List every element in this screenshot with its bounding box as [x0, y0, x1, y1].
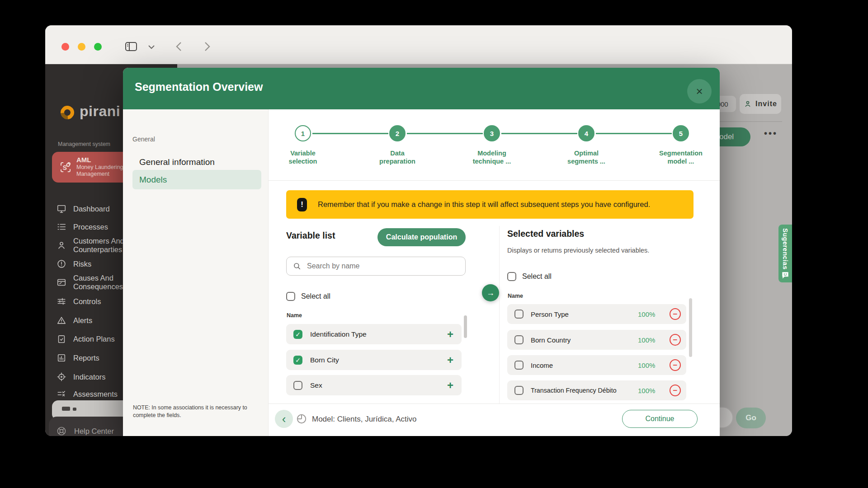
- row-checkbox[interactable]: [514, 335, 524, 344]
- select-all-checkbox[interactable]: [286, 292, 295, 301]
- continue-button[interactable]: Continue: [622, 410, 698, 428]
- row-checkbox[interactable]: [514, 361, 524, 370]
- step-connector: [596, 133, 672, 134]
- add-variable-icon[interactable]: +: [447, 330, 453, 339]
- step-2-label: Data preparation: [363, 149, 431, 165]
- step-4-circle[interactable]: 4: [578, 125, 594, 141]
- back-button[interactable]: [175, 40, 184, 55]
- clipboard-check-icon: [56, 333, 67, 344]
- add-variable-icon[interactable]: +: [447, 381, 453, 390]
- row-checkbox[interactable]: [514, 310, 524, 319]
- row-checkbox-checked[interactable]: ✓: [293, 356, 302, 365]
- remove-variable-icon[interactable]: −: [670, 359, 681, 371]
- selected-variable-row[interactable]: Born Country 100% −: [507, 330, 686, 350]
- bar-chart-icon: [56, 352, 67, 363]
- step-5-circle[interactable]: 5: [673, 125, 689, 141]
- nav-item-general-information[interactable]: General information: [139, 157, 215, 167]
- row-checkbox[interactable]: [514, 386, 524, 395]
- remove-variable-icon[interactable]: −: [670, 334, 681, 346]
- chat-smiley-icon: [781, 271, 790, 282]
- sidebar-item-reports[interactable]: Reports: [56, 352, 99, 363]
- help-center-item[interactable]: Help Center: [56, 426, 114, 436]
- aml-abbr: AML: [76, 156, 91, 164]
- footer-back-button[interactable]: ‹: [275, 410, 293, 428]
- sidebar-item-action-plans[interactable]: Action Plans: [56, 333, 115, 344]
- minimize-traffic-light[interactable]: [78, 43, 85, 51]
- percent-value: 100%: [638, 336, 662, 344]
- row-checkbox[interactable]: [293, 381, 302, 390]
- alert-circle-icon: [56, 258, 67, 269]
- footer-divider: [269, 404, 720, 404]
- zoom-traffic-light[interactable]: [94, 43, 102, 51]
- step-1-circle[interactable]: 1: [295, 125, 311, 141]
- step-connector: [312, 133, 388, 134]
- more-options-button[interactable]: •••: [764, 128, 778, 139]
- forward-button[interactable]: [203, 40, 212, 55]
- sidebar-item-assessments[interactable]: Assessments: [56, 389, 118, 399]
- suggestions-label: Sugerencias: [782, 228, 789, 270]
- variable-row[interactable]: ✓ Identification Type +: [286, 324, 462, 344]
- selected-variable-row[interactable]: Income 100% −: [507, 355, 686, 375]
- person-icon: [56, 240, 67, 251]
- nav-item-models[interactable]: Models: [132, 170, 261, 189]
- variable-name-header: Name: [287, 312, 302, 319]
- sidebar-item-indicators[interactable]: Indicators: [56, 371, 106, 382]
- pirani-logo-icon: [58, 103, 77, 122]
- selected-variable-row[interactable]: Person Type 100% −: [507, 304, 686, 324]
- sidebar-item-customers[interactable]: Customers And Counterparties: [56, 237, 124, 254]
- remove-variable-icon[interactable]: −: [670, 385, 681, 396]
- add-variable-icon[interactable]: +: [447, 356, 453, 365]
- segmentation-overview-modal: Segmentation Overview × General General …: [123, 68, 720, 436]
- selected-select-all[interactable]: Select all: [507, 272, 552, 281]
- modal-note: NOTE: In some associations it is necessa…: [133, 404, 263, 419]
- close-icon[interactable]: ×: [687, 79, 712, 103]
- selected-name-header: Name: [508, 293, 523, 299]
- selected-variable-row[interactable]: Transaction Frequency Débito 100% −: [507, 380, 686, 400]
- stepper-divider: [269, 180, 720, 181]
- logo-text: pirani: [80, 103, 120, 120]
- sidebar-item-alerts[interactable]: Alerts: [56, 315, 92, 326]
- suggestions-tab[interactable]: Sugerencias: [778, 225, 792, 282]
- variable-list-scrollbar[interactable]: [464, 315, 467, 338]
- column-divider: [499, 226, 500, 404]
- chevron-down-icon[interactable]: [147, 43, 156, 52]
- aml-subtitle: Money Laundering Management: [76, 164, 123, 178]
- step-3-circle[interactable]: 3: [484, 125, 500, 141]
- warning-triangle-icon: [56, 315, 67, 326]
- sidebar-item-causes[interactable]: Causes And Consequences: [56, 274, 123, 291]
- sidebar-item-risks[interactable]: Risks: [56, 258, 91, 269]
- search-box: [286, 257, 466, 276]
- modal-nav-panel: General General information Models NOTE:…: [123, 109, 269, 436]
- variable-row[interactable]: Sex +: [286, 375, 462, 395]
- app-window: pirani Management system S AML Money Lau…: [45, 25, 792, 436]
- hidden-item-icon: [62, 407, 70, 411]
- lifebuoy-icon: [56, 426, 67, 436]
- variable-select-all[interactable]: Select all: [286, 292, 330, 301]
- search-input[interactable]: [306, 262, 455, 271]
- variable-list-title: Variable list: [286, 230, 335, 241]
- sidebar-toggle-icon[interactable]: [125, 41, 137, 54]
- step-2-circle[interactable]: 2: [389, 125, 406, 141]
- selected-list-scrollbar[interactable]: [689, 298, 692, 357]
- row-checkbox-checked[interactable]: ✓: [293, 330, 302, 339]
- sidebar-item-controls[interactable]: Controls: [56, 296, 101, 307]
- transfer-arrow-button[interactable]: →: [482, 284, 499, 301]
- select-all-checkbox[interactable]: [507, 272, 516, 281]
- percent-value: 100%: [638, 310, 662, 318]
- modal-header: Segmentation Overview ×: [123, 68, 720, 109]
- nav-section-label: General: [132, 136, 155, 143]
- variable-row[interactable]: ✓ Born City +: [286, 350, 462, 370]
- screen: pirani Management system S AML Money Lau…: [0, 0, 868, 488]
- remove-variable-icon[interactable]: −: [670, 308, 681, 320]
- calculate-population-button[interactable]: Calculate population: [377, 228, 466, 246]
- go-button[interactable]: Go: [736, 408, 766, 428]
- search-icon: [293, 262, 301, 270]
- sidebar-item-dashboard[interactable]: Dashboard: [56, 203, 110, 214]
- target-icon: [56, 371, 67, 382]
- warning-banner: ! Remember that if you make a change in …: [286, 190, 693, 219]
- footer-model-label: Model: Clients, Jurídica, Activo: [312, 415, 416, 424]
- invite-button[interactable]: Invite: [740, 94, 781, 114]
- step-1-label: Variable selection: [269, 149, 337, 165]
- close-traffic-light[interactable]: [61, 43, 69, 51]
- sidebar-item-processes[interactable]: Processes: [56, 221, 108, 232]
